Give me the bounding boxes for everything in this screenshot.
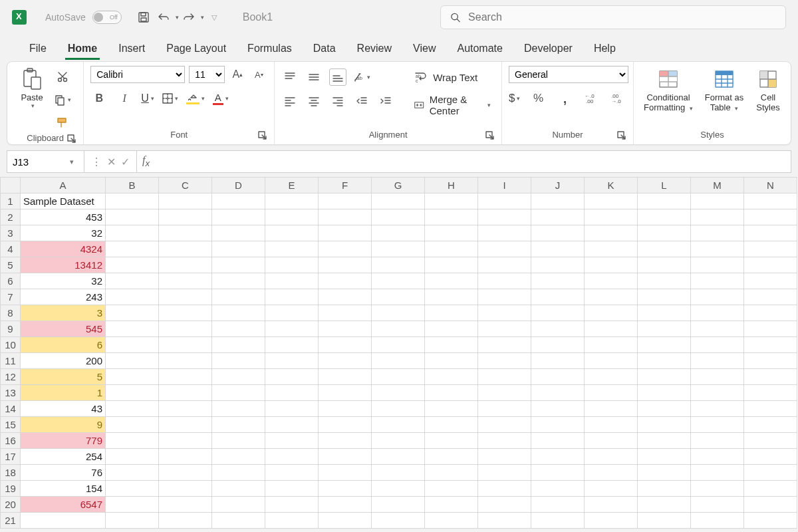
cell-D14[interactable]: [212, 401, 265, 417]
cell-N20[interactable]: [744, 497, 797, 513]
tab-home[interactable]: Home: [57, 39, 108, 61]
merge-center-button[interactable]: Merge & Center ▾: [410, 92, 495, 118]
cell-B21[interactable]: [106, 513, 159, 529]
cell-E2[interactable]: [265, 209, 319, 225]
cell-F3[interactable]: [319, 225, 372, 241]
borders-button[interactable]: ▾: [162, 93, 178, 104]
merge-dropdown-icon[interactable]: ▾: [487, 102, 491, 108]
align-bottom-icon[interactable]: [329, 68, 346, 86]
cell-I20[interactable]: [478, 497, 531, 513]
tab-page-layout[interactable]: Page Layout: [156, 39, 237, 61]
cell-H21[interactable]: [425, 513, 478, 529]
cell-J21[interactable]: [531, 513, 585, 529]
cell-A16[interactable]: 779: [21, 433, 106, 449]
cell-N15[interactable]: [744, 417, 797, 433]
tab-view[interactable]: View: [402, 39, 446, 61]
name-box[interactable]: ▾: [7, 151, 84, 172]
clipboard-launcher-icon[interactable]: [67, 134, 76, 144]
cell-I9[interactable]: [478, 321, 531, 337]
cell-E3[interactable]: [265, 225, 319, 241]
cell-I19[interactable]: [478, 481, 531, 497]
cell-L20[interactable]: [638, 497, 691, 513]
tab-review[interactable]: Review: [346, 39, 402, 61]
cell-H6[interactable]: [425, 273, 478, 289]
cell-H9[interactable]: [425, 321, 478, 337]
cell-J9[interactable]: [531, 321, 585, 337]
cell-M17[interactable]: [691, 449, 744, 465]
cell-B9[interactable]: [106, 321, 159, 337]
cell-C8[interactable]: [159, 305, 212, 321]
col-header-L[interactable]: L: [638, 178, 691, 194]
cell-C12[interactable]: [159, 369, 212, 385]
cell-B5[interactable]: [106, 257, 159, 273]
row-header-14[interactable]: 14: [1, 401, 21, 417]
cell-N1[interactable]: [744, 194, 797, 209]
cell-M20[interactable]: [691, 497, 744, 513]
cell-M12[interactable]: [691, 369, 744, 385]
cell-D17[interactable]: [212, 449, 265, 465]
cell-G16[interactable]: [372, 433, 425, 449]
cell-B16[interactable]: [106, 433, 159, 449]
cell-C2[interactable]: [159, 209, 212, 225]
cell-K16[interactable]: [585, 433, 638, 449]
cell-M5[interactable]: [691, 257, 744, 273]
row-header-19[interactable]: 19: [1, 481, 21, 497]
cell-J5[interactable]: [531, 257, 585, 273]
align-middle-icon[interactable]: [305, 68, 323, 86]
col-header-B[interactable]: B: [106, 178, 159, 194]
cell-N13[interactable]: [744, 385, 797, 401]
cell-G6[interactable]: [372, 273, 425, 289]
cell-M9[interactable]: [691, 321, 744, 337]
cell-N16[interactable]: [744, 433, 797, 449]
cell-G10[interactable]: [372, 337, 425, 353]
percent-format-button[interactable]: %: [529, 90, 547, 107]
cell-A4[interactable]: 4324: [21, 241, 106, 257]
cell-H4[interactable]: [425, 241, 478, 257]
row-header-5[interactable]: 5: [1, 257, 21, 273]
font-launcher-icon[interactable]: [258, 131, 267, 140]
cell-L10[interactable]: [638, 337, 691, 353]
search-box[interactable]: [440, 5, 786, 29]
cell-F17[interactable]: [319, 449, 372, 465]
cell-E18[interactable]: [265, 465, 319, 481]
fx-dots-icon[interactable]: ⋮: [91, 156, 102, 168]
qat-more-icon[interactable]: ▽: [207, 10, 221, 25]
cell-F10[interactable]: [319, 337, 372, 353]
row-header-15[interactable]: 15: [1, 417, 21, 433]
cell-G20[interactable]: [372, 497, 425, 513]
cell-J17[interactable]: [531, 449, 585, 465]
cell-E15[interactable]: [265, 417, 319, 433]
cell-A13[interactable]: 1: [21, 385, 106, 401]
cell-J19[interactable]: [531, 481, 585, 497]
tab-automate[interactable]: Automate: [446, 39, 513, 61]
cell-H10[interactable]: [425, 337, 478, 353]
cell-E12[interactable]: [265, 369, 319, 385]
cell-G15[interactable]: [372, 417, 425, 433]
cell-D7[interactable]: [212, 289, 265, 305]
cell-K21[interactable]: [585, 513, 638, 529]
cell-I11[interactable]: [478, 353, 531, 369]
cell-D12[interactable]: [212, 369, 265, 385]
cell-I16[interactable]: [478, 433, 531, 449]
cell-G17[interactable]: [372, 449, 425, 465]
cell-F19[interactable]: [319, 481, 372, 497]
col-header-G[interactable]: G: [372, 178, 425, 194]
cell-M4[interactable]: [691, 241, 744, 257]
cell-K12[interactable]: [585, 369, 638, 385]
accept-formula-icon[interactable]: ✓: [121, 156, 130, 168]
cell-G11[interactable]: [372, 353, 425, 369]
cell-L3[interactable]: [638, 225, 691, 241]
cell-N17[interactable]: [744, 449, 797, 465]
formula-input[interactable]: [155, 151, 791, 172]
cell-I21[interactable]: [478, 513, 531, 529]
cell-N11[interactable]: [744, 353, 797, 369]
increase-indent-icon[interactable]: [377, 92, 394, 110]
cell-H19[interactable]: [425, 481, 478, 497]
cell-A1[interactable]: Sample Dataset: [21, 194, 106, 209]
cell-F1[interactable]: [319, 194, 372, 209]
conditional-formatting-button[interactable]: Conditional Formatting ▾: [640, 66, 696, 112]
row-header-10[interactable]: 10: [1, 337, 21, 353]
col-header-M[interactable]: M: [691, 178, 744, 194]
cell-N3[interactable]: [744, 225, 797, 241]
undo-icon[interactable]: [156, 10, 171, 25]
